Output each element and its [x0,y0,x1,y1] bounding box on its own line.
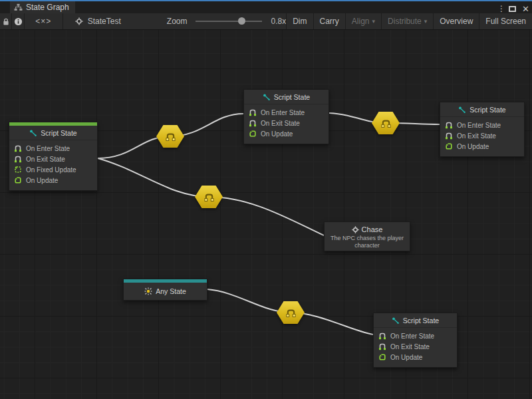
script-pointer-icon [29,129,37,137]
unit-label: On Exit State [457,132,496,140]
node-body: On Enter State On Exit State On Update [440,117,524,156]
state-transition-icon [165,132,176,142]
script-pointer-icon [392,317,400,325]
update-icon [14,176,22,184]
node-title: Any State [156,287,186,295]
unit-on-update[interactable]: On Update [445,141,519,152]
node-header[interactable]: Any State [124,283,207,300]
unit-on-exit-state[interactable]: On Exit State [14,154,92,164]
exit-state-icon [378,342,386,350]
overview-label: Overview [440,17,473,26]
unit-label: On Exit State [261,120,300,127]
info-button[interactable] [12,13,24,29]
transition-node[interactable] [156,125,184,148]
unit-on-fixed-update[interactable]: On Fixed Update [14,164,92,175]
unit-label: On Enter State [26,145,70,152]
carry-label: Carry [320,17,339,26]
state-transition-icon [380,118,392,128]
unit-on-enter-state[interactable]: On Enter State [249,107,323,118]
state-transition-icon [285,308,297,318]
overview-button[interactable]: Overview [433,13,479,29]
unit-label: On Update [26,177,58,184]
script-pointer-icon [263,93,271,101]
transition-node[interactable] [195,186,223,208]
toolbar: <×> StateTest Zoom 0.8x Dim Carry Align … [0,13,532,30]
exit-state-icon [249,119,257,127]
unit-on-update[interactable]: On Update [14,175,92,186]
code-view-button[interactable]: <×> [25,13,63,29]
node-header[interactable]: Script State [374,313,457,328]
unit-on-exit-state[interactable]: On Exit State [249,118,323,128]
exit-state-icon [445,132,453,140]
crosshair-icon [352,226,359,233]
enter-state-icon [249,108,257,116]
fullscreen-label: Full Screen [485,17,526,26]
unit-on-enter-state[interactable]: On Enter State [14,143,92,154]
align-label: Align [352,17,370,26]
dim-button[interactable]: Dim [286,13,313,29]
node-body: On Enter State On Exit State On Update [374,328,457,367]
node-header[interactable]: Script State [9,126,97,140]
state-transition-icon [203,192,215,202]
title-bar: State Graph ⋮ ✕ [0,0,532,13]
unit-on-enter-state[interactable]: On Enter State [445,120,519,130]
tab-label: State Graph [26,3,69,12]
unit-on-update[interactable]: On Update [249,128,323,139]
unit-label: On Enter State [390,332,434,340]
unit-on-enter-state[interactable]: On Enter State [378,331,452,341]
unit-on-exit-state[interactable]: On Exit State [445,130,519,141]
lock-button[interactable] [0,13,12,29]
node-body: On Enter State On Exit State On Fixed Up… [9,140,97,190]
zoom-slider-handle[interactable] [238,17,245,25]
lock-icon [2,17,10,26]
chevron-down-icon: ▾ [424,19,428,25]
node-title: Script State [403,317,439,325]
node-header[interactable]: Script State [440,102,524,117]
distribute-label: Distribute [388,17,422,26]
wildcard-icon [144,287,152,295]
node-any-state[interactable]: Any State [123,279,207,301]
window-menu-icon[interactable]: ⋮ [497,4,503,13]
fixed-update-icon [14,166,22,174]
node-script-state-a[interactable]: Script State On Enter State On Exit Stat… [9,122,98,191]
zoom-slider[interactable] [196,21,262,22]
exit-state-icon [14,155,22,163]
maximize-icon[interactable] [509,6,516,12]
unit-label: On Update [457,143,489,150]
unit-label: On Exit State [390,343,430,350]
node-chase[interactable]: Chase The NPC chases the player characte… [324,221,410,251]
node-description: The NPC chases the player character [327,235,407,249]
update-icon [445,142,453,150]
unit-label: On Update [261,130,293,138]
unit-on-update[interactable]: On Update [378,352,452,362]
crosshair-icon [75,17,83,25]
transition-node[interactable] [277,301,305,324]
unit-on-exit-state[interactable]: On Exit State [378,341,452,352]
node-title: Script State [41,129,76,137]
zoom-value: 0.8x [271,17,286,26]
enter-state-icon [378,332,386,340]
script-pointer-icon [458,106,466,114]
node-header[interactable]: Script State [244,90,329,104]
carry-button[interactable]: Carry [313,13,345,29]
transition-node[interactable] [372,112,400,134]
close-icon[interactable]: ✕ [522,4,529,14]
node-script-state-b[interactable]: Script State On Enter State On Exit Stat… [243,89,329,144]
graph-toolbar-middle: StateTest Zoom 0.8x [63,13,286,29]
zoom-label: Zoom [167,17,188,26]
enter-state-icon [445,121,453,129]
tab-state-graph[interactable]: State Graph [10,1,75,13]
dim-label: Dim [293,17,307,26]
update-icon [249,130,257,138]
node-title: Chase [362,225,383,233]
fullscreen-button[interactable]: Full Screen [479,13,532,29]
graph-name[interactable]: StateTest [88,17,121,26]
node-script-state-c[interactable]: Script State On Enter State On Exit Stat… [440,102,525,157]
align-button[interactable]: Align ▾ [345,13,381,29]
unit-label: On Fixed Update [26,166,76,174]
node-title: Script State [274,93,310,101]
unit-label: On Exit State [26,156,65,163]
graph-icon [14,3,23,11]
distribute-button[interactable]: Distribute ▾ [381,13,433,29]
node-script-state-d[interactable]: Script State On Enter State On Exit Stat… [373,313,458,368]
